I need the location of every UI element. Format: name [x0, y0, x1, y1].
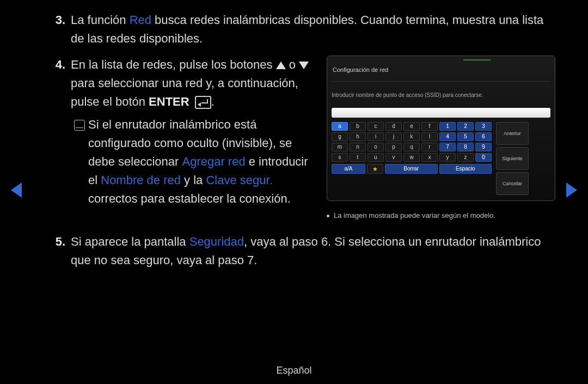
- key-0[interactable]: 0: [475, 153, 492, 162]
- keyboard-grid: abcdef123ghijkl456mnopqr789stuvwxyz0: [332, 122, 492, 162]
- bullet-icon: [327, 215, 329, 217]
- ssid-input[interactable]: [332, 108, 550, 118]
- step-number: 5.: [33, 233, 71, 270]
- keyboard-side-buttons: Anterior Siguiente Cancelar: [496, 122, 529, 195]
- enter-icon: [195, 96, 211, 109]
- cancel-button[interactable]: Cancelar: [496, 172, 529, 195]
- step-4: 4. En la lista de redes, pulse los boton…: [33, 56, 555, 225]
- image-disclaimer: La imagen mostrada puede variar según el…: [327, 206, 555, 225]
- keyboard-actions: a/A ★ Borrar Espacio: [332, 164, 492, 174]
- star-key[interactable]: ★: [367, 164, 383, 174]
- note-block: Si el enrutador inalámbrico está configu…: [71, 115, 316, 208]
- down-arrow-icon: [299, 62, 309, 69]
- keyboard-message: Introducir nombre de punto de acceso (SS…: [332, 86, 550, 105]
- language-footer: Español: [0, 365, 588, 376]
- key-x[interactable]: x: [421, 153, 438, 162]
- step-3: 3. La función Red busca redes inalámbric…: [33, 11, 555, 48]
- next-page-arrow[interactable]: [566, 182, 577, 198]
- step-number: 4.: [33, 56, 71, 225]
- prev-page-arrow[interactable]: [11, 182, 22, 198]
- text: .: [211, 95, 215, 108]
- instruction-steps: 3. La función Red busca redes inalámbric…: [33, 11, 555, 270]
- text: o: [289, 58, 299, 71]
- step-body: La función Red busca redes inalámbricas …: [71, 11, 555, 48]
- highlight-clave-segur: Clave segur.: [206, 173, 272, 187]
- space-key[interactable]: Espacio: [439, 164, 492, 174]
- next-button[interactable]: Siguiente: [496, 147, 529, 170]
- note-icon: [71, 115, 88, 208]
- step-number: 3.: [33, 11, 71, 48]
- text: La imagen mostrada puede variar según el…: [334, 211, 495, 220]
- highlight-red: Red: [130, 13, 151, 27]
- step-5: 5. Si aparece la pantalla Seguridad, vay…: [33, 233, 555, 270]
- step-body: En la lista de redes, pulse los botones …: [71, 56, 316, 225]
- highlight-agregar-red: Agregar red: [182, 155, 245, 168]
- up-arrow-icon: [276, 62, 286, 69]
- star-icon: ★: [372, 166, 378, 172]
- network-config-keyboard: Configuración de red Introducir nombre d…: [327, 56, 555, 201]
- text: En la lista de redes, pulse los botones: [71, 58, 276, 71]
- text: correctos para establecer la conexión.: [88, 192, 291, 205]
- key-u[interactable]: u: [367, 153, 384, 162]
- prev-button[interactable]: Anterior: [496, 122, 529, 145]
- note-body: Si el enrutador inalámbrico está configu…: [88, 115, 316, 208]
- keyboard-title: Configuración de red: [332, 59, 550, 82]
- highlight-seguridad: Seguridad: [189, 235, 244, 248]
- text: Si aparece la pantalla: [71, 235, 189, 248]
- text: y la: [181, 173, 206, 187]
- key-v[interactable]: v: [385, 153, 402, 162]
- key-y[interactable]: y: [439, 153, 456, 162]
- text: La función: [71, 13, 130, 27]
- step-body: Si aparece la pantalla Seguridad, vaya a…: [71, 233, 555, 270]
- delete-key[interactable]: Borrar: [385, 164, 438, 174]
- shift-key[interactable]: a/A: [332, 164, 365, 174]
- highlight-nombre-red: Nombre de red: [101, 173, 181, 187]
- enter-label: ENTER: [149, 95, 189, 108]
